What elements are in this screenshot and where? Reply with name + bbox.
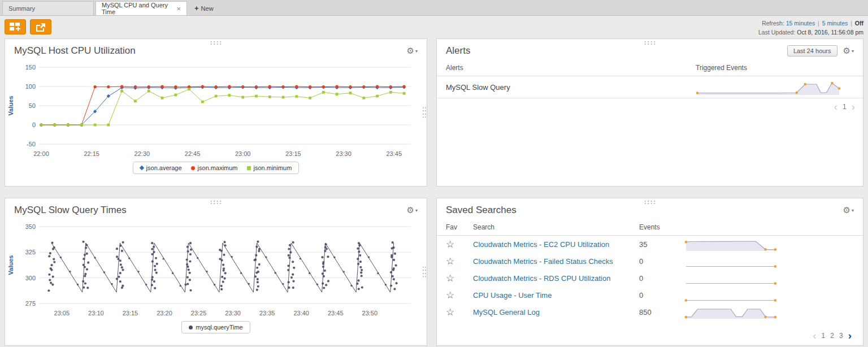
favorite-star-icon[interactable]: ☆: [446, 273, 454, 284]
refresh-off-link[interactable]: Off: [855, 20, 863, 27]
saved-search-link[interactable]: Cloudwatch Metrics - EC2 CPU Utilization: [473, 240, 609, 249]
drag-handle[interactable]: [210, 41, 222, 45]
page-number[interactable]: 3: [839, 332, 843, 340]
gear-icon: ⚙: [843, 205, 850, 215]
svg-text:23:00: 23:00: [235, 150, 251, 157]
events-count: 35: [639, 240, 684, 249]
time-range-button[interactable]: Last 24 hours: [787, 45, 837, 57]
column-header-fav: Fav: [446, 223, 473, 231]
column-header-events: Events: [639, 223, 684, 231]
dashboard-tab-bar: Summary MySQL CPU and Query Time × + New: [0, 0, 868, 16]
svg-text:23:50: 23:50: [362, 310, 378, 316]
svg-text:Values: Values: [7, 96, 14, 116]
panel-settings-button[interactable]: ⚙ ▾: [407, 205, 418, 215]
table-row: ☆ CPU Usage - User Time 0: [437, 287, 863, 303]
square-marker-icon: [247, 166, 251, 170]
saved-search-link[interactable]: Cloudwatch Metrics - RDS CPU Utilization: [473, 274, 610, 283]
svg-text:23:35: 23:35: [259, 310, 275, 316]
column-header-search: Search: [473, 223, 639, 231]
panel-settings-button[interactable]: ⚙ ▾: [407, 46, 418, 56]
tab-new-dashboard[interactable]: + New: [189, 1, 219, 15]
legend-label: json.minimum: [254, 164, 292, 171]
alert-name: MySQL Slow Query: [446, 83, 696, 92]
legend-item-maximum[interactable]: json.maximum: [191, 164, 238, 171]
svg-text:23:10: 23:10: [88, 310, 104, 316]
page-number[interactable]: 1: [822, 332, 826, 340]
refresh-5-link[interactable]: 5 minutes: [822, 20, 848, 27]
drag-handle[interactable]: [422, 106, 426, 119]
svg-text:23:15: 23:15: [285, 150, 301, 157]
svg-text:50: 50: [29, 102, 36, 109]
panel-settings-button[interactable]: ⚙ ▾: [843, 205, 854, 215]
svg-text:23:45: 23:45: [328, 310, 344, 316]
tab-summary[interactable]: Summary: [2, 1, 94, 15]
chart-legend: json.average json.maximum json.minimum: [133, 162, 300, 174]
svg-text:100: 100: [25, 83, 36, 90]
page-number[interactable]: 1: [843, 103, 847, 111]
svg-text:23:40: 23:40: [293, 310, 309, 316]
panel-alerts: Alerts Last 24 hours ⚙ ▾ Alerts Triggere…: [436, 38, 863, 186]
panel-slow-query-times: MySQL Slow Query Times ⚙ ▾ 3503253002752…: [5, 198, 427, 346]
panel-settings-button[interactable]: ⚙ ▾: [843, 46, 854, 56]
legend-item-querytime[interactable]: mysql.queryTime: [189, 324, 242, 331]
svg-text:23:20: 23:20: [157, 310, 172, 316]
svg-text:0: 0: [32, 122, 36, 128]
last-updated-label: Last Updated:: [758, 29, 795, 36]
page-number[interactable]: 2: [830, 332, 834, 340]
saved-search-link[interactable]: CPU Usage - User Time: [473, 291, 552, 300]
tab-active-label: MySQL CPU and Query Time: [102, 2, 172, 15]
panel-title: Alerts: [446, 45, 470, 57]
refresh-label: Refresh:: [762, 20, 784, 27]
refresh-15-link[interactable]: 15 minutes: [786, 20, 815, 27]
separator: |: [818, 20, 819, 27]
svg-text:325: 325: [25, 249, 36, 255]
circle-marker-icon: [191, 166, 195, 170]
prev-page-icon[interactable]: ‹: [813, 332, 816, 340]
gear-icon: ⚙: [843, 46, 850, 56]
add-widget-button[interactable]: [5, 19, 26, 34]
share-dashboard-button[interactable]: [30, 19, 51, 34]
drag-handle[interactable]: [644, 200, 656, 204]
drag-handle[interactable]: [210, 200, 222, 204]
share-icon: [36, 23, 46, 32]
legend-item-average[interactable]: json.average: [140, 164, 182, 171]
svg-text:23:45: 23:45: [387, 150, 402, 157]
next-page-icon[interactable]: ›: [852, 103, 855, 111]
chevron-down-icon: ▾: [415, 208, 418, 213]
gear-icon: ⚙: [407, 205, 414, 215]
tab-new-label: New: [201, 5, 214, 12]
svg-text:300: 300: [25, 275, 36, 281]
table-row: ☆ Cloudwatch Metrics - EC2 CPU Utilizati…: [437, 236, 863, 253]
table-row[interactable]: MySQL Slow Query: [437, 76, 863, 98]
legend-item-minimum[interactable]: json.minimum: [247, 164, 292, 171]
saved-search-sparkline: [684, 237, 778, 251]
panel-cpu-utilization: MySQL Host CPU Utilization ⚙ ▾ 150100500…: [5, 38, 427, 186]
svg-text:22:00: 22:00: [33, 150, 49, 157]
saved-search-link[interactable]: Cloudwatch Metrics - Failed Status Check…: [473, 257, 613, 266]
chevron-down-icon: ▾: [852, 49, 854, 54]
cpu-utilization-chart: 150100500-5022:0022:1522:3022:4523:0023:…: [6, 59, 424, 159]
favorite-star-icon[interactable]: ☆: [446, 239, 454, 250]
legend-label: json.maximum: [198, 164, 238, 171]
saved-search-link[interactable]: MySQL General Log: [473, 308, 540, 316]
drag-handle[interactable]: [422, 266, 426, 278]
favorite-star-icon[interactable]: ☆: [446, 256, 454, 267]
refresh-status: Refresh: 15 minutes | 5 minutes | Off La…: [758, 19, 863, 37]
table-row: ☆ MySQL General Log 850: [437, 303, 863, 320]
table-row: ☆ Cloudwatch Metrics - Failed Status Che…: [437, 253, 863, 270]
favorite-star-icon[interactable]: ☆: [446, 290, 454, 301]
column-header-alerts: Alerts: [446, 64, 696, 72]
favorite-star-icon[interactable]: ☆: [446, 307, 454, 318]
tab-close-icon[interactable]: ×: [176, 5, 181, 13]
saved-search-sparkline: [684, 254, 778, 268]
circle-marker-icon: [189, 326, 193, 329]
svg-text:22:30: 22:30: [134, 150, 150, 157]
svg-text:Values: Values: [7, 255, 14, 275]
dashboard-grid: MySQL Host CPU Utilization ⚙ ▾ 150100500…: [0, 38, 868, 346]
gear-icon: ⚙: [407, 46, 414, 56]
prev-page-icon[interactable]: ‹: [834, 103, 837, 111]
legend-label: json.average: [146, 164, 182, 171]
drag-handle[interactable]: [644, 41, 656, 45]
next-page-icon[interactable]: ›: [848, 332, 852, 340]
tab-mysql-cpu-query-time[interactable]: MySQL CPU and Query Time ×: [96, 1, 187, 15]
